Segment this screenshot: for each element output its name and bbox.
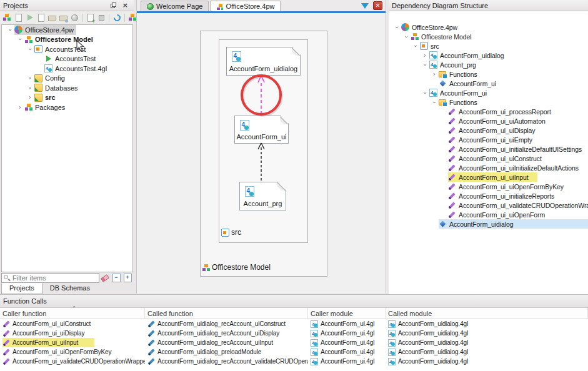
expand-icon[interactable]: › — [421, 51, 429, 60]
tree-item[interactable]: AccountForm_ui_uiDisplay — [389, 126, 588, 135]
column-header-called-module[interactable]: Called module — [386, 308, 588, 319]
tree-item[interactable]: ›Config — [2, 74, 132, 84]
column-header-caller-function[interactable]: Caller function ˆ — [0, 308, 145, 319]
close-tab-icon[interactable]: ✕ — [373, 1, 382, 10]
collapse-icon[interactable]: › — [392, 23, 401, 32]
tree-item[interactable]: ›src — [2, 93, 132, 103]
tree-item[interactable]: ›Functions — [389, 97, 588, 107]
cube-toolbar-icon[interactable] — [97, 13, 106, 22]
folder-g-toolbar-icon[interactable] — [47, 13, 57, 22]
expand-all-button[interactable]: + — [122, 273, 133, 283]
tree-item[interactable]: ›Databases — [2, 83, 132, 93]
folder-go-toolbar-icon[interactable] — [59, 13, 68, 22]
float-panel-icon[interactable] — [111, 2, 116, 8]
function-call-row[interactable]: AccountForm_ui_uiDisplayAccountForm_uidi… — [0, 329, 588, 338]
node-accountform-ui[interactable]: AccountForm_ui — [234, 116, 289, 144]
tree-item-label: AccountForm_ui_uiEmpty — [459, 136, 532, 144]
function-call-row[interactable]: AccountForm_ui_uiConstructAccountForm_ui… — [0, 319, 588, 329]
tree-item[interactable]: AccountForm_ui_initializeReports — [389, 191, 588, 200]
collapse-icon[interactable]: › — [411, 42, 420, 51]
collapse-icon[interactable]: › — [421, 61, 429, 69]
tree-item-content: AccountForm_ui_uiOpenFormByKey — [448, 182, 566, 191]
clear-filter-button[interactable] — [99, 273, 111, 283]
function-calls-panel: Function Calls Caller function ˆ Called … — [0, 294, 588, 371]
page-toolbar-icon[interactable] — [14, 13, 23, 22]
tree-item[interactable]: ›Packages — [2, 102, 132, 112]
tree-item[interactable]: ›OfficeStore.4pw — [2, 25, 132, 35]
collapse-all-button[interactable]: − — [111, 273, 122, 283]
tree-item-content: AccountForm_ui_validateCRUDOperationWrap… — [448, 200, 588, 210]
tree-item[interactable]: AccountForm_ui — [389, 79, 588, 88]
folder-link-icon — [34, 74, 42, 82]
function-call-row[interactable]: AccountForm_ui_uiInputAccountForm_uidial… — [0, 338, 588, 347]
model-blocks-icon — [411, 32, 419, 41]
tree-item[interactable]: AccountForm_ui_processReport — [389, 107, 588, 116]
filter-input[interactable] — [1, 273, 99, 283]
tree-item-label: Databases — [45, 84, 78, 92]
tree-item[interactable]: AccountsTest.4gl — [2, 64, 132, 74]
tree-item[interactable]: ›Functions — [389, 69, 588, 79]
tree-item-content: AccountForm_uidialog — [429, 51, 506, 60]
tree-item[interactable]: AccountsTest — [2, 54, 132, 64]
cell-text: AccountForm_uidialog_recAccount_uiDispla… — [157, 330, 279, 337]
page-plus-toolbar-icon[interactable] — [86, 13, 95, 22]
caller-function-cell: AccountForm_ui_uiOpenFormByKey — [0, 347, 145, 357]
tree-item[interactable]: ›AccountForm_ui — [389, 88, 588, 97]
collapse-icon[interactable]: › — [16, 35, 24, 44]
collapse-icon[interactable]: › — [421, 89, 429, 97]
expand-icon[interactable]: › — [16, 103, 24, 112]
tree-item[interactable]: AccountForm_ui_validateCRUDOperationWrap… — [389, 200, 588, 210]
close-panel-icon[interactable]: × — [122, 2, 128, 9]
diagram-canvas[interactable]: src Officestore Model AccountForm_uidial… — [137, 13, 386, 294]
tree-item[interactable]: AccountForm_ui_uiConstruct — [389, 154, 588, 163]
tree-item[interactable]: AccountForm_ui_uiOpenForm — [389, 210, 588, 219]
tree-item[interactable]: AccountForm_ui_initializeDefaultUISettin… — [389, 144, 588, 154]
pen-blue-icon — [147, 339, 155, 347]
tree-item[interactable]: AccountForm_ui_uiInitializeDefaultAction… — [389, 163, 588, 172]
tree-item[interactable]: ›AccountsTest — [2, 44, 132, 54]
tree-item-label: AccountForm_ui_uiInput — [459, 174, 529, 181]
collapse-icon[interactable]: › — [6, 26, 14, 34]
tree-item[interactable]: AccountForm_ui_uiInput — [389, 172, 588, 182]
expand-icon[interactable]: › — [430, 70, 439, 79]
tab-db-schemas[interactable]: DB Schemas — [42, 284, 97, 294]
tree-item[interactable]: AccountForm_ui_uiAutomaton — [389, 116, 588, 126]
tab-projects[interactable]: Projects — [1, 283, 42, 294]
collapse-icon[interactable]: › — [26, 45, 34, 54]
tree-item[interactable]: ›OfficeStore.4pw — [389, 22, 588, 32]
tree-item[interactable]: AccountForm_ui_uiEmpty — [389, 135, 588, 144]
collapse-icon[interactable]: › — [430, 98, 439, 107]
function-call-row[interactable]: AccountForm_ui_validateCRUDOperationWrap… — [0, 357, 588, 366]
tree-item[interactable]: ›Account_prg — [389, 60, 588, 69]
tree-item[interactable]: AccountForm_uidialog — [389, 219, 588, 229]
expand-icon[interactable]: › — [26, 93, 34, 102]
tab-welcome-page[interactable]: Welcome Page — [141, 1, 209, 11]
model-blocks-toolbar-icon[interactable] — [2, 13, 12, 22]
tab-list-dropdown-icon[interactable] — [361, 3, 369, 9]
page-x-toolbar-icon[interactable] — [36, 13, 46, 22]
tree-item-content: OfficeStore.4pw — [401, 22, 460, 32]
tree-item[interactable]: ›Officestore Model — [2, 35, 132, 45]
refresh-toolbar-icon[interactable] — [112, 13, 122, 22]
play-toolbar-icon[interactable] — [25, 13, 34, 22]
column-header-caller-module[interactable]: Caller module — [308, 308, 386, 319]
file-4gl-icon — [311, 330, 318, 337]
tree-item-label: Functions — [449, 99, 477, 106]
tree-item[interactable]: ›AccountForm_uidialog — [389, 51, 588, 60]
tab-officestore-4pw[interactable]: OfficeStore.4pw — [210, 1, 281, 11]
tree-item-content: AccountForm_ui_uiInput — [448, 172, 537, 182]
tree-item[interactable]: ›Officestore Model — [389, 32, 588, 41]
folder-link-icon — [34, 84, 42, 92]
tree-item[interactable]: ›src — [389, 41, 588, 51]
expand-icon[interactable]: › — [26, 74, 34, 82]
collapse-icon[interactable]: › — [402, 32, 411, 41]
column-header-called-function[interactable]: Called function — [145, 308, 308, 319]
node-accountform-uidialog[interactable]: AccountForm_uidialog — [226, 47, 301, 76]
tree-item[interactable]: AccountForm_ui_uiOpenFormByKey — [389, 182, 588, 191]
cell-text: AccountForm_uidialog_preloadModule — [157, 349, 261, 355]
expand-icon[interactable]: › — [26, 84, 34, 92]
node-account-prg[interactable]: Account_prg — [239, 182, 286, 210]
tree-item-label: Account_prg — [440, 61, 476, 69]
function-call-row[interactable]: AccountForm_ui_uiOpenFormByKeyAccountFor… — [0, 347, 588, 357]
sphere-toolbar-icon[interactable] — [70, 13, 79, 22]
